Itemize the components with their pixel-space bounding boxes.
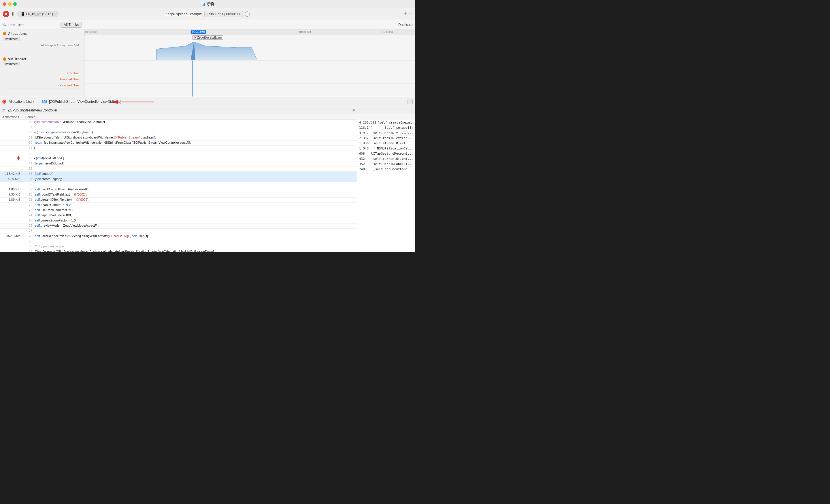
- annotation-65: [0, 166, 23, 171]
- code-line-72: 72 self.enableCamera = YES;: [0, 203, 357, 208]
- right-panel-row-7: 432 self.currentOrient...: [357, 156, 415, 162]
- code-line-80: 80 // Support landscape: [0, 244, 357, 249]
- right-panel-row-0: 4,286,592 [self createEngine...: [357, 120, 415, 125]
- panel-close-button[interactable]: ✕: [2, 100, 6, 104]
- vm-instrument-button[interactable]: Instrument: [3, 62, 20, 66]
- code-line-71: 1.89 KiB71 self.streamIDTextField.text =…: [0, 198, 357, 203]
- vm-name: VM Tracker: [8, 57, 27, 61]
- bottom-panel: ✕ Allocations List ▾ | M -[ZGPublishStre…: [0, 97, 415, 252]
- annotation-67: 4.09 MiB: [0, 177, 23, 182]
- maximize-button[interactable]: [13, 2, 17, 6]
- pause-button[interactable]: ⏸: [11, 11, 15, 17]
- source-70: 70 self.roomIDTextField.text = @"0002";: [23, 192, 357, 197]
- annotation-70: 2.30 KiB: [0, 192, 23, 197]
- method-name: -[ZGPublishStreamViewController viewDidL…: [48, 100, 121, 104]
- right-val-7: 432: [359, 157, 365, 161]
- code-line-59: 59 UIStoryboard *sb = [UIStoryboard stor…: [0, 135, 357, 140]
- code-line-62: 62: [0, 151, 357, 156]
- code-line-75: 75 self.currentZoomFactor = 1.0;: [0, 218, 357, 224]
- traffic-lights: [3, 2, 17, 6]
- annotation-63: [0, 156, 23, 161]
- resident-size-row: [85, 83, 415, 95]
- panel-selector[interactable]: Allocations List ▾: [9, 100, 34, 104]
- toolbar-right: + −: [252, 11, 412, 17]
- resident-size-label: Resident Size: [3, 82, 81, 89]
- source-57: 57: [23, 125, 357, 130]
- annotations-header: Annotations: [0, 114, 23, 120]
- flag-icon: ⚑: [194, 36, 196, 39]
- annotation-74: [0, 213, 23, 218]
- right-panel-row-4: 1,936 self.streamIDTextF...: [357, 141, 415, 146]
- search-icon: 🔍: [2, 23, 7, 27]
- annotation-80: [0, 244, 23, 249]
- ruler-mark-3: 01:30.000: [382, 31, 393, 33]
- code-main: m ZGPublishStreamViewController ≡ Annota…: [0, 106, 357, 252]
- annotation-81: [0, 249, 23, 252]
- playhead-label: 00:30.939: [191, 30, 206, 34]
- annotation-79: [0, 239, 23, 244]
- source-78: 78 self.userIDLabel.text = [NSString str…: [23, 234, 357, 239]
- filter-left: 🔍 All Tracks: [0, 22, 85, 28]
- code-line-57: 57: [0, 125, 357, 130]
- right-val-9: 240: [359, 167, 365, 171]
- code-line-77: 77: [0, 229, 357, 234]
- toolbar-left: ⏸ 📱 Lh_13_pm (17.1.1) ›: [3, 11, 163, 17]
- add-button[interactable]: +: [404, 11, 407, 17]
- allocations-track-label: Allocations Instrument All Heap & Anonym…: [0, 29, 84, 55]
- swapped-size-row: [85, 72, 415, 83]
- source-58: 58+ (instancetype)instanceFromStoryboard…: [23, 130, 357, 135]
- annotation-68: [0, 182, 23, 187]
- vm-tracker-chart[interactable]: [85, 61, 415, 97]
- annotation-78: 352 Bytes: [0, 234, 23, 239]
- allocations-svg: [85, 40, 415, 61]
- allocations-chart[interactable]: [85, 40, 415, 61]
- right-panel-row-3: 2,352 self.roomIDTextFie...: [357, 136, 415, 141]
- app-icon: 📊: [201, 2, 205, 6]
- source-67: 67 [self createEngine];: [23, 177, 357, 182]
- ruler-mark-2: 01:00.000: [299, 31, 311, 33]
- code-line-61: 61}: [0, 146, 357, 151]
- device-selector[interactable]: 📱 Lh_13_pm (17.1.1) ›: [17, 11, 59, 17]
- right-panel: 4,286,592 [self createEngine... 116,144 …: [357, 106, 415, 252]
- code-line-69: 4.80 KiB69 self.userID = [ZGUserIDHelper…: [0, 187, 357, 192]
- source-59: 59 UIStoryboard *sb = [UIStoryboard stor…: [23, 135, 357, 140]
- source-68: 68: [23, 182, 357, 187]
- right-val-2: 4,912: [359, 131, 369, 135]
- track-filter-input[interactable]: [8, 23, 59, 27]
- title-bar: 📊 示例: [0, 0, 415, 8]
- record-button[interactable]: [3, 11, 9, 17]
- filter-bar: 🔍 All Tracks Duplicate: [0, 20, 415, 29]
- allocations-instrument-button[interactable]: Instrument: [3, 37, 20, 41]
- source-66: 66 [self setupUI];: [23, 172, 357, 176]
- source-80: 80 // Support landscape: [23, 244, 357, 249]
- annotation-73: [0, 208, 23, 213]
- close-button[interactable]: [3, 2, 6, 6]
- allocations-sublabel: All Heap & Anonymous VM: [39, 42, 81, 48]
- right-panel-row-8: 352 self.userIDLabel.t...: [357, 162, 415, 167]
- timeline-section: Allocations Instrument All Heap & Anonym…: [0, 29, 415, 97]
- source-64: 64 [super viewDidLoad];: [23, 161, 357, 166]
- source-75: 75 self.currentZoomFactor = 1.0;: [23, 218, 357, 223]
- minimize-panel-button[interactable]: −: [409, 11, 412, 17]
- code-line-65: 65: [0, 166, 357, 172]
- info-button[interactable]: i: [245, 11, 250, 17]
- timeline-content[interactable]: 00:00.000 00:30 00:30.939 01:00.000 01:3…: [85, 29, 415, 97]
- vm-playhead-line: [192, 61, 193, 97]
- right-val-0: 4,286,592: [359, 121, 376, 125]
- all-tracks-button[interactable]: All Tracks: [61, 22, 82, 28]
- source-73: 73 self.useFrontCamera = YES;: [23, 208, 357, 213]
- source-60: 60 return [sb instantiateViewControllerW…: [23, 140, 357, 145]
- duplicate-button[interactable]: Duplicate: [398, 23, 413, 27]
- code-line-67: 4.09 MiB67 [self createEngine];: [0, 177, 357, 182]
- annotation-62: [0, 151, 23, 156]
- right-panel-col-header: [357, 114, 415, 120]
- app-name: ZegoExpressExample: [165, 12, 202, 16]
- minimize-button[interactable]: [8, 2, 11, 6]
- panel-info-button[interactable]: i: [408, 99, 413, 104]
- file-type-icon: m: [2, 108, 5, 112]
- file-name: ZGPublishStreamViewController: [8, 108, 58, 112]
- toolbar-center: ZegoExpressExample: [165, 12, 202, 16]
- code-menu-button[interactable]: ≡: [352, 108, 355, 112]
- vm-tracker-label: VM Tracker Instrument Dirty Size Swapped…: [0, 55, 84, 97]
- annotation-57: [0, 125, 23, 130]
